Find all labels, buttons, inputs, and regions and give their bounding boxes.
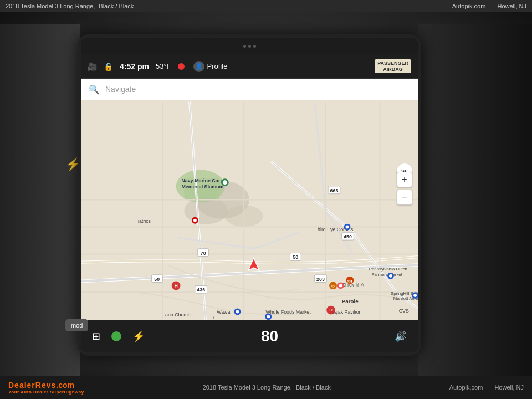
footer-dealer-name: Autopik.com [449,384,483,391]
listing-title: 2018 Tesla Model 3 Long Range, Black / B… [6,3,134,9]
svg-text:Pennsylvania Dutch: Pennsylvania Dutch [369,267,407,272]
search-placeholder: Navigate [105,85,136,94]
svg-text:Wawa: Wawa [217,309,230,315]
clock-display: 4:52 pm [120,62,149,71]
lock-icon: 🔒 [104,62,113,71]
svg-text:263: 263 [316,277,325,282]
dealer-info: Autopik.com — Howell, NJ [452,3,526,9]
main-photo-area: ⚡ 🎥 🔒 4:52 pm 53°F 👤 Profile PASSENGER [0,12,532,376]
svg-text:ann Church: ann Church [165,312,191,318]
profile-avatar-icon: 👤 [193,61,204,72]
bottom-vehicle-info: 2018 Tesla Model 3 Long Range, Black / B… [203,384,331,391]
speed-value: 80 [261,328,278,345]
volume-icon[interactable]: 🔊 [395,330,407,342]
svg-text:450: 450 [344,234,352,239]
tesla-status-bar: 🎥 🔒 4:52 pm 53°F 👤 Profile PASSENGER AIR… [81,54,418,79]
footer-vehicle-title: 2018 Tesla Model 3 Long Range, [203,384,292,391]
svg-text:Farmers Market: Farmers Market [372,272,403,277]
svg-text:50: 50 [293,254,298,260]
dealer-name: Autopik.com [452,3,486,9]
indicator-dot [253,45,256,48]
bottom-dealer-info: Autopik.com — Howell, NJ [449,384,524,391]
svg-text:H: H [174,283,177,289]
dealer-location: — Howell, NJ [489,3,526,9]
vehicle-title: 2018 Tesla Model 3 Long Range, [6,3,95,9]
svg-point-39 [346,226,349,229]
svg-text:665: 665 [330,188,339,193]
tesla-bottom-bar: ⊞ ⚡ 80 🔊 [81,320,418,352]
app-indicator[interactable] [111,331,121,341]
svg-text:🍽: 🍽 [347,279,352,284]
svg-text:H: H [329,308,332,313]
svg-text:Memorial Stadium: Memorial Stadium [181,184,223,190]
map-svg: 70 50 436 450 50 263 665 [81,100,418,327]
navigation-search-bar[interactable]: 🔍 Navigate [81,79,418,100]
svg-text:70: 70 [201,250,206,256]
speed-indicator: 80 [261,328,278,345]
camera-icon: 🎥 [88,62,97,71]
svg-text:Sajak Pavilion: Sajak Pavilion [331,309,361,315]
vehicle-color: Black / Black [99,3,134,9]
page-footer: DealerRevs .com Your Auto Dealer SuperHi… [0,376,532,399]
svg-text:iatrics: iatrics [138,218,151,224]
record-indicator [178,63,185,70]
airbag-line2: AIRBAG [377,66,408,73]
profile-button[interactable]: 👤 Profile [193,61,228,72]
mode-label: mod [71,322,83,329]
zoom-out-button[interactable]: − [397,190,412,205]
map-zoom-controls: + − [397,172,412,205]
svg-point-63 [413,294,417,297]
map-display: 70 50 436 450 50 263 665 [81,100,418,327]
mode-button[interactable]: mod [65,319,88,331]
svg-text:Whole Foods Market: Whole Foods Market [265,309,311,315]
svg-point-59 [267,315,270,318]
search-icon: 🔍 [89,84,100,95]
svg-point-45 [236,310,239,314]
dealerrevs-logo[interactable]: DealerRevs .com Your Auto Dealer SuperHi… [8,381,84,395]
svg-text:+: + [212,315,215,320]
car-body-right [418,24,532,376]
svg-point-49 [389,274,392,278]
svg-text:Parole: Parole [342,298,359,304]
logo-tagline: Your Auto Dealer SuperHighway [8,390,84,395]
svg-point-33 [223,180,227,185]
bluetooth-icon[interactable]: ⚡ [132,330,145,342]
svg-text:Chick-fil-A: Chick-fil-A [342,282,364,288]
zoom-in-button[interactable]: + [397,172,412,187]
indicator-dot [248,45,251,48]
bottom-icons-group: ⊞ ⚡ [92,330,145,342]
svg-text:50: 50 [154,277,160,282]
footer-vehicle-color: Black / Black [296,384,331,391]
svg-text:🍽: 🍽 [331,284,335,289]
grid-icon[interactable]: ⊞ [92,330,100,342]
passenger-airbag-indicator: PASSENGER AIRBAG [375,59,411,74]
indicator-dot [243,45,246,48]
svg-text:CVS: CVS [399,308,409,314]
svg-text:Navy-Marine Corps: Navy-Marine Corps [181,178,226,183]
listing-header-bar: 2018 Tesla Model 3 Long Range, Black / B… [0,0,532,12]
status-right-area: PASSENGER AIRBAG [375,59,411,74]
airbag-line1: PASSENGER [377,60,408,66]
temperature-display: 53°F [156,62,171,70]
svg-point-36 [193,219,197,222]
screen-top-strip [81,38,418,54]
svg-text:436: 436 [197,287,205,293]
logo-dot-com: .com [56,381,74,390]
profile-label: Profile [207,62,228,70]
footer-dealer-location: — Howell, NJ [487,384,524,391]
logo-text: DealerRevs [8,381,56,390]
svg-point-52 [339,284,342,287]
tesla-screen: 🎥 🔒 4:52 pm 53°F 👤 Profile PASSENGER AIR… [78,34,421,356]
